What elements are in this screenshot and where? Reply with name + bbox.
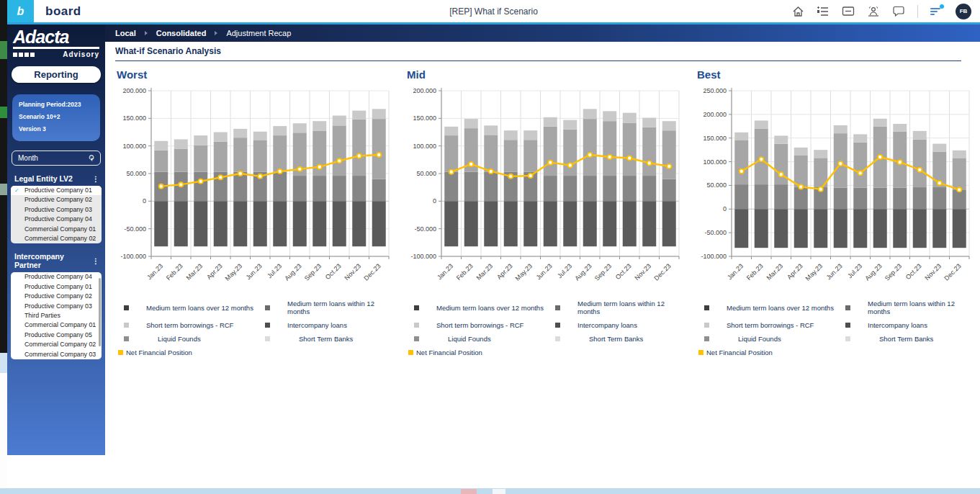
bar-segment[interactable] <box>642 127 656 176</box>
net-financial-position-point[interactable] <box>799 184 803 189</box>
net-financial-position-point[interactable] <box>529 174 533 178</box>
bar-segment[interactable] <box>623 113 637 123</box>
bar-segment[interactable] <box>623 201 637 246</box>
bar-segment[interactable] <box>484 125 498 135</box>
list-item[interactable]: Commercial Company 01 <box>11 320 102 330</box>
refresh-icon[interactable]: ⟳ <box>87 155 95 161</box>
bar-segment[interactable] <box>214 201 228 246</box>
bar-segment[interactable] <box>662 179 676 202</box>
net-financial-position-point[interactable] <box>357 153 361 158</box>
list-item[interactable]: ✓Productive Company 01 <box>11 186 102 195</box>
bar-segment[interactable] <box>233 201 247 246</box>
bar-segment[interactable] <box>774 135 788 143</box>
board-logo-icon[interactable]: b <box>7 0 34 22</box>
bar-segment[interactable] <box>504 140 518 171</box>
bar-segment[interactable] <box>853 134 867 142</box>
legend-item[interactable]: Short Term Banks <box>265 335 397 343</box>
legend-item[interactable]: Intercompany loans <box>265 321 397 329</box>
bar-segment[interactable] <box>603 121 616 176</box>
bar-segment[interactable] <box>642 118 656 127</box>
bar-segment[interactable] <box>603 111 616 121</box>
bar-segment[interactable] <box>755 184 768 209</box>
net-financial-position-point[interactable] <box>179 182 183 187</box>
bar-segment[interactable] <box>794 148 808 156</box>
bar-segment[interactable] <box>293 176 307 201</box>
list-item[interactable]: Productive Company 05 <box>11 331 102 340</box>
bar-segment[interactable] <box>293 123 307 133</box>
net-financial-position-point[interactable] <box>218 175 222 179</box>
bar-segment[interactable] <box>563 120 577 130</box>
bar-segment[interactable] <box>523 140 537 171</box>
bar-segment[interactable] <box>544 201 557 246</box>
net-financial-position-point[interactable] <box>297 167 302 171</box>
net-financial-position-point[interactable] <box>238 171 243 176</box>
legend-item[interactable]: Intercompany loans <box>845 321 977 329</box>
net-financial-position-point[interactable] <box>449 170 454 174</box>
bar-segment[interactable] <box>794 187 808 209</box>
net-financial-position-point[interactable] <box>337 158 341 163</box>
reporting-button[interactable]: Reporting <box>12 66 101 83</box>
list-item[interactable]: Third Parties <box>11 311 102 320</box>
bar-segment[interactable] <box>253 132 267 140</box>
bar-segment[interactable] <box>484 172 498 202</box>
bar-segment[interactable] <box>444 172 458 202</box>
tab-consolidated[interactable]: Consolidated <box>156 29 207 37</box>
bar-segment[interactable] <box>755 209 768 248</box>
bar-segment[interactable] <box>352 111 366 120</box>
bar-segment[interactable] <box>484 135 498 171</box>
bar-segment[interactable] <box>853 188 867 210</box>
bar-segment[interactable] <box>233 129 247 138</box>
legend-item[interactable]: Short Term Banks <box>845 335 977 343</box>
legend-item[interactable]: Liquid Founds <box>414 335 555 343</box>
net-financial-position-point[interactable] <box>858 171 863 175</box>
bar-segment[interactable] <box>794 209 808 248</box>
bar-segment[interactable] <box>352 176 366 201</box>
bar-segment[interactable] <box>913 209 927 248</box>
list-item[interactable]: Productive Company 03 <box>11 205 102 215</box>
legend-item-net-financial-position[interactable]: Net Financial Position <box>408 349 687 356</box>
bar-segment[interactable] <box>563 201 577 246</box>
net-financial-position-point[interactable] <box>508 174 513 179</box>
bar-segment[interactable] <box>352 120 366 176</box>
bar-segment[interactable] <box>774 184 788 209</box>
bar-segment[interactable] <box>563 130 577 176</box>
bar-segment[interactable] <box>913 187 927 209</box>
bar-segment[interactable] <box>873 209 887 248</box>
bar-segment[interactable] <box>623 176 637 201</box>
bar-segment[interactable] <box>734 140 748 184</box>
legend-item-net-financial-position[interactable]: Net Financial Position <box>118 349 397 356</box>
list-item[interactable]: Commercial Company 01 <box>11 225 102 234</box>
net-financial-position-point[interactable] <box>667 164 671 169</box>
net-financial-position-point[interactable] <box>838 161 842 166</box>
bar-segment[interactable] <box>194 201 207 246</box>
bar-segment[interactable] <box>504 201 518 246</box>
bar-segment[interactable] <box>214 133 228 142</box>
bar-segment[interactable] <box>623 122 637 176</box>
bar-segment[interactable] <box>662 121 676 130</box>
bar-segment[interactable] <box>953 158 966 190</box>
bar-segment[interactable] <box>504 130 518 140</box>
chat-icon[interactable] <box>892 5 905 18</box>
bar-segment[interactable] <box>154 201 168 246</box>
bar-segment[interactable] <box>583 201 597 246</box>
bar-segment[interactable] <box>372 109 386 119</box>
bar-segment[interactable] <box>853 143 867 188</box>
net-financial-position-point[interactable] <box>647 161 652 165</box>
bar-segment[interactable] <box>913 140 927 187</box>
bar-segment[interactable] <box>734 209 748 248</box>
bar-segment[interactable] <box>873 119 887 127</box>
legend-item[interactable]: Short Term Banks <box>555 335 687 343</box>
bar-segment[interactable] <box>563 176 577 201</box>
bar-segment[interactable] <box>774 209 788 248</box>
list-item[interactable]: Productive Company 02 <box>11 195 102 205</box>
bar-segment[interactable] <box>932 187 946 209</box>
bar-segment[interactable] <box>583 119 597 176</box>
bar-segment[interactable] <box>444 201 458 246</box>
bar-segment[interactable] <box>154 151 168 172</box>
bar-segment[interactable] <box>642 176 656 201</box>
net-financial-position-point[interactable] <box>819 187 823 192</box>
net-financial-position-point[interactable] <box>469 162 473 166</box>
net-financial-position-point[interactable] <box>199 179 203 184</box>
net-financial-position-point[interactable] <box>608 155 612 159</box>
bar-segment[interactable] <box>273 201 287 246</box>
